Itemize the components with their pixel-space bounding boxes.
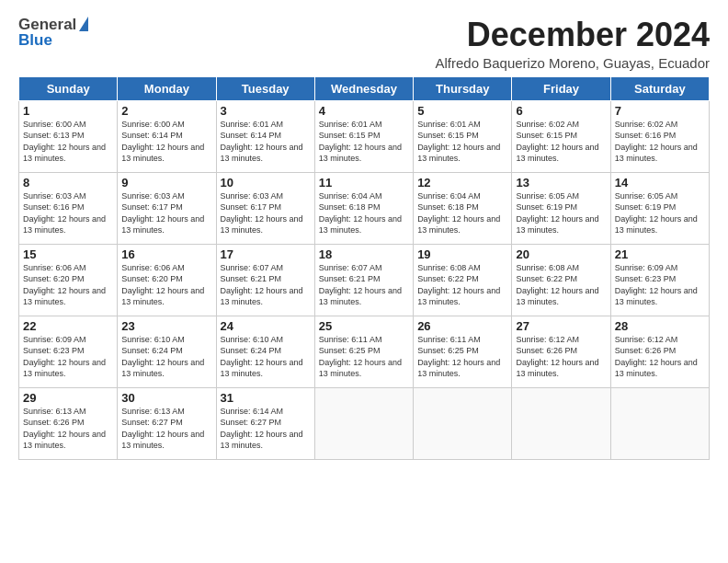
header: General Blue December 2024 Alfredo Baque…: [18, 17, 710, 71]
day-number: 29: [23, 391, 113, 405]
day-info: Sunrise: 6:01 AMSunset: 6:15 PMDaylight:…: [319, 119, 409, 165]
calendar-week-row: 22Sunrise: 6:09 AMSunset: 6:23 PMDayligh…: [19, 316, 710, 387]
day-number: 20: [516, 247, 606, 261]
day-info: Sunrise: 6:13 AMSunset: 6:27 PMDaylight:…: [121, 406, 211, 452]
day-number: 21: [615, 247, 705, 261]
table-row: 17Sunrise: 6:07 AMSunset: 6:21 PMDayligh…: [216, 244, 314, 316]
day-info: Sunrise: 6:00 AMSunset: 6:14 PMDaylight:…: [121, 119, 211, 165]
table-row: 21Sunrise: 6:09 AMSunset: 6:23 PMDayligh…: [610, 244, 709, 316]
table-row: 18Sunrise: 6:07 AMSunset: 6:21 PMDayligh…: [314, 244, 413, 316]
day-info: Sunrise: 6:03 AMSunset: 6:17 PMDaylight:…: [221, 190, 311, 236]
day-info: Sunrise: 6:10 AMSunset: 6:24 PMDaylight:…: [221, 334, 311, 380]
day-info: Sunrise: 6:02 AMSunset: 6:16 PMDaylight:…: [615, 119, 705, 165]
table-row: 4Sunrise: 6:01 AMSunset: 6:15 PMDaylight…: [314, 100, 413, 172]
table-row: 25Sunrise: 6:11 AMSunset: 6:25 PMDayligh…: [314, 316, 413, 387]
col-saturday: Saturday: [610, 76, 709, 100]
day-info: Sunrise: 6:09 AMSunset: 6:23 PMDaylight:…: [615, 262, 705, 308]
col-sunday: Sunday: [19, 76, 118, 100]
table-row: [610, 387, 709, 459]
day-info: Sunrise: 6:12 AMSunset: 6:26 PMDaylight:…: [615, 334, 705, 380]
day-number: 14: [615, 176, 705, 190]
location-subtitle: Alfredo Baquerizo Moreno, Guayas, Ecuado…: [436, 55, 711, 71]
table-row: [414, 387, 512, 459]
day-info: Sunrise: 6:04 AMSunset: 6:18 PMDaylight:…: [417, 190, 507, 236]
day-info: Sunrise: 6:01 AMSunset: 6:14 PMDaylight:…: [221, 119, 311, 165]
calendar-body: 1Sunrise: 6:00 AMSunset: 6:13 PMDaylight…: [19, 100, 710, 459]
table-row: 16Sunrise: 6:06 AMSunset: 6:20 PMDayligh…: [118, 244, 216, 316]
day-info: Sunrise: 6:08 AMSunset: 6:22 PMDaylight:…: [516, 262, 606, 308]
day-info: Sunrise: 6:13 AMSunset: 6:26 PMDaylight:…: [23, 406, 113, 452]
day-info: Sunrise: 6:01 AMSunset: 6:15 PMDaylight:…: [417, 119, 507, 165]
table-row: 8Sunrise: 6:03 AMSunset: 6:16 PMDaylight…: [19, 172, 118, 244]
table-row: 3Sunrise: 6:01 AMSunset: 6:14 PMDaylight…: [216, 100, 314, 172]
day-info: Sunrise: 6:08 AMSunset: 6:22 PMDaylight:…: [417, 262, 507, 308]
page-container: General Blue December 2024 Alfredo Baque…: [0, 0, 728, 469]
table-row: 15Sunrise: 6:06 AMSunset: 6:20 PMDayligh…: [19, 244, 118, 316]
day-info: Sunrise: 6:09 AMSunset: 6:23 PMDaylight:…: [23, 334, 113, 380]
table-row: 26Sunrise: 6:11 AMSunset: 6:25 PMDayligh…: [414, 316, 512, 387]
calendar-header-row: Sunday Monday Tuesday Wednesday Thursday…: [19, 76, 710, 100]
day-info: Sunrise: 6:05 AMSunset: 6:19 PMDaylight:…: [516, 190, 606, 236]
calendar-table: Sunday Monday Tuesday Wednesday Thursday…: [18, 76, 710, 460]
table-row: 29Sunrise: 6:13 AMSunset: 6:26 PMDayligh…: [19, 387, 118, 459]
day-info: Sunrise: 6:07 AMSunset: 6:21 PMDaylight:…: [319, 262, 409, 308]
day-info: Sunrise: 6:12 AMSunset: 6:26 PMDaylight:…: [516, 334, 606, 380]
day-number: 12: [417, 176, 507, 190]
calendar-week-row: 8Sunrise: 6:03 AMSunset: 6:16 PMDaylight…: [19, 172, 710, 244]
logo-icon: [79, 17, 88, 31]
day-info: Sunrise: 6:00 AMSunset: 6:13 PMDaylight:…: [23, 119, 113, 165]
day-number: 26: [417, 319, 507, 333]
day-number: 7: [615, 104, 705, 118]
day-number: 9: [121, 176, 211, 190]
day-number: 11: [319, 176, 409, 190]
col-friday: Friday: [512, 76, 610, 100]
day-number: 24: [221, 319, 311, 333]
day-number: 2: [121, 104, 211, 118]
day-number: 19: [417, 247, 507, 261]
table-row: 23Sunrise: 6:10 AMSunset: 6:24 PMDayligh…: [118, 316, 216, 387]
table-row: [314, 387, 413, 459]
table-row: 19Sunrise: 6:08 AMSunset: 6:22 PMDayligh…: [414, 244, 512, 316]
table-row: 12Sunrise: 6:04 AMSunset: 6:18 PMDayligh…: [414, 172, 512, 244]
col-thursday: Thursday: [414, 76, 512, 100]
day-number: 1: [23, 104, 113, 118]
table-row: 2Sunrise: 6:00 AMSunset: 6:14 PMDaylight…: [118, 100, 216, 172]
table-row: 27Sunrise: 6:12 AMSunset: 6:26 PMDayligh…: [512, 316, 610, 387]
table-row: [512, 387, 610, 459]
day-number: 18: [319, 247, 409, 261]
table-row: 13Sunrise: 6:05 AMSunset: 6:19 PMDayligh…: [512, 172, 610, 244]
day-number: 31: [221, 391, 311, 405]
day-number: 13: [516, 176, 606, 190]
day-info: Sunrise: 6:07 AMSunset: 6:21 PMDaylight:…: [221, 262, 311, 308]
day-info: Sunrise: 6:06 AMSunset: 6:20 PMDaylight:…: [23, 262, 113, 308]
table-row: 1Sunrise: 6:00 AMSunset: 6:13 PMDaylight…: [19, 100, 118, 172]
day-number: 28: [615, 319, 705, 333]
logo-blue: Blue: [18, 32, 88, 48]
day-number: 16: [121, 247, 211, 261]
month-title: December 2024: [436, 17, 711, 53]
table-row: 14Sunrise: 6:05 AMSunset: 6:19 PMDayligh…: [610, 172, 709, 244]
col-monday: Monday: [118, 76, 216, 100]
day-number: 10: [221, 176, 311, 190]
day-number: 6: [516, 104, 606, 118]
table-row: 11Sunrise: 6:04 AMSunset: 6:18 PMDayligh…: [314, 172, 413, 244]
day-number: 3: [221, 104, 311, 118]
day-number: 25: [319, 319, 409, 333]
table-row: 31Sunrise: 6:14 AMSunset: 6:27 PMDayligh…: [216, 387, 314, 459]
day-number: 15: [23, 247, 113, 261]
table-row: 30Sunrise: 6:13 AMSunset: 6:27 PMDayligh…: [118, 387, 216, 459]
table-row: 6Sunrise: 6:02 AMSunset: 6:15 PMDaylight…: [512, 100, 610, 172]
day-info: Sunrise: 6:06 AMSunset: 6:20 PMDaylight:…: [121, 262, 211, 308]
table-row: 24Sunrise: 6:10 AMSunset: 6:24 PMDayligh…: [216, 316, 314, 387]
day-number: 17: [221, 247, 311, 261]
col-wednesday: Wednesday: [314, 76, 413, 100]
col-tuesday: Tuesday: [216, 76, 314, 100]
table-row: 28Sunrise: 6:12 AMSunset: 6:26 PMDayligh…: [610, 316, 709, 387]
day-info: Sunrise: 6:10 AMSunset: 6:24 PMDaylight:…: [121, 334, 211, 380]
table-row: 7Sunrise: 6:02 AMSunset: 6:16 PMDaylight…: [610, 100, 709, 172]
day-info: Sunrise: 6:02 AMSunset: 6:15 PMDaylight:…: [516, 119, 606, 165]
day-info: Sunrise: 6:03 AMSunset: 6:17 PMDaylight:…: [121, 190, 211, 236]
table-row: 5Sunrise: 6:01 AMSunset: 6:15 PMDaylight…: [414, 100, 512, 172]
title-block: December 2024 Alfredo Baquerizo Moreno, …: [436, 17, 711, 71]
day-info: Sunrise: 6:04 AMSunset: 6:18 PMDaylight:…: [319, 190, 409, 236]
